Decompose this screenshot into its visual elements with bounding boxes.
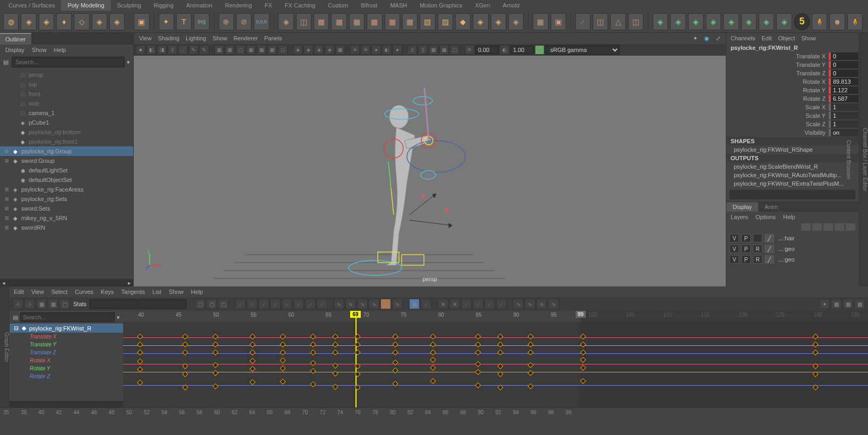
outliner-node[interactable]: ◆psylocke_rig:front1 xyxy=(0,137,133,146)
keyframe[interactable] xyxy=(250,334,256,340)
layer-playback[interactable]: P xyxy=(741,255,751,264)
shelf-button[interactable]: ♦ xyxy=(56,13,72,30)
ge-tool[interactable]: ∿ xyxy=(380,299,391,309)
shelf-button[interactable]: ◈ xyxy=(706,13,721,30)
keyframe[interactable] xyxy=(430,342,436,347)
ge-tool[interactable]: ▦ xyxy=(48,299,58,309)
keyframe[interactable] xyxy=(475,342,481,347)
vt-button[interactable]: ▢ xyxy=(278,45,288,55)
output-item[interactable]: psylocke_rig:ScaleBlendWrist_R xyxy=(726,162,858,171)
ge-tool[interactable]: ∿ xyxy=(513,299,524,309)
layer-color[interactable]: ╱ xyxy=(765,245,774,253)
ge-tool[interactable]: ⟋ xyxy=(484,299,495,309)
shelf-button[interactable]: ▣ xyxy=(551,13,566,30)
ge-tool[interactable]: ∿ xyxy=(525,299,535,309)
expand-icon[interactable]: ⊞ xyxy=(4,215,10,221)
layer-tab-display[interactable]: Display xyxy=(726,202,758,212)
outliner-menu-show[interactable]: Show xyxy=(32,47,47,53)
dropdown-icon[interactable]: ▾ xyxy=(127,59,130,66)
shelf-tab[interactable]: XGen xyxy=(468,0,496,11)
keyframe[interactable] xyxy=(182,342,188,347)
outliner-node[interactable]: ◆psylocke_rig:bottom xyxy=(0,127,133,137)
shelf-button[interactable]: ◆ xyxy=(455,13,471,30)
outliner-node[interactable]: ⊞◆sword:Group xyxy=(0,156,133,166)
ge-tool[interactable]: ▦ xyxy=(409,299,420,309)
vt-button[interactable]: ▦ xyxy=(439,45,449,55)
shelf-tab[interactable]: Arnold xyxy=(496,0,526,11)
ge-channel[interactable]: Rotate Y xyxy=(10,364,123,372)
keyframe[interactable] xyxy=(310,334,316,340)
layer-ref[interactable]: R xyxy=(753,255,762,264)
ge-menu-help[interactable]: Help xyxy=(191,289,203,295)
keyframe[interactable] xyxy=(332,334,338,340)
expand-icon[interactable]: ⊟ xyxy=(14,325,19,332)
attr-value[interactable]: 0 xyxy=(829,61,858,68)
layer-ref[interactable] xyxy=(753,234,762,242)
shelf-tab[interactable]: Animation xyxy=(180,0,219,11)
output-item[interactable]: psylocke_rig:FKWrist_RExtraTwistPlusM... xyxy=(726,179,858,188)
vt-button[interactable]: ✎ xyxy=(199,45,209,55)
colorspace-select[interactable]: sRGB gamma xyxy=(545,45,620,55)
expand-icon[interactable]: ⤢ xyxy=(716,35,721,42)
vt-button[interactable]: ▯ xyxy=(418,45,428,55)
ge-tool[interactable]: ⟋ xyxy=(421,299,431,309)
cb-menu-object[interactable]: Object xyxy=(778,35,795,41)
keyframe[interactable] xyxy=(280,334,285,340)
shelf-button[interactable]: ◈ xyxy=(508,13,524,30)
vt-button[interactable]: ▢ xyxy=(450,45,459,55)
ge-tool[interactable]: ∿ xyxy=(392,299,403,309)
attr-label[interactable]: Visibility xyxy=(804,129,827,136)
keyframe[interactable] xyxy=(475,361,481,367)
ge-channel[interactable]: Rotate X xyxy=(10,356,123,364)
keyframe[interactable] xyxy=(310,350,316,355)
shelf-button[interactable]: ◈ xyxy=(759,13,774,30)
keyframe[interactable] xyxy=(280,342,285,347)
keyframe[interactable] xyxy=(497,342,503,347)
keyframe[interactable] xyxy=(332,342,338,347)
keyframe[interactable] xyxy=(332,350,338,355)
axis-icon[interactable]: ✦ xyxy=(693,35,698,42)
ge-tool[interactable]: ∿ xyxy=(536,299,547,309)
shelf-button[interactable]: ◈ xyxy=(741,13,757,30)
keyframe[interactable] xyxy=(310,368,316,374)
vt-button[interactable]: ● xyxy=(371,45,381,55)
viewport-menu-show[interactable]: Show xyxy=(213,35,228,42)
ge-tool[interactable]: ▦ xyxy=(843,299,853,309)
ge-tool[interactable]: ∿ xyxy=(345,299,356,309)
layer-color[interactable]: ╱ xyxy=(765,255,774,264)
ge-tool[interactable]: ▢ xyxy=(206,299,217,309)
keyframe[interactable] xyxy=(527,350,533,355)
keyframe[interactable] xyxy=(137,342,143,347)
shelf-button-character[interactable]: 🧍 xyxy=(847,13,863,30)
ge-node[interactable]: ⊟◆psylocke_rig:FKWrist_R xyxy=(10,324,123,333)
shelf-tab[interactable]: Poly Modeling xyxy=(61,0,110,11)
keyframe[interactable] xyxy=(392,380,398,386)
outliner-node[interactable]: ⊞◈psylocke_rig:FaceAreas xyxy=(0,185,133,194)
ge-tool[interactable]: ⟋ xyxy=(496,299,507,309)
ge-tool[interactable]: ⟋ xyxy=(247,299,257,309)
viewport-menu-lighting[interactable]: Lighting xyxy=(186,35,206,42)
outliner-node[interactable]: 🎥front xyxy=(0,89,133,99)
vt-button[interactable]: ☀ xyxy=(361,45,370,55)
vt-button[interactable]: ◉ xyxy=(535,45,544,55)
shelf-button[interactable]: ◫ xyxy=(296,13,311,30)
ge-channel[interactable]: Translate Z xyxy=(10,349,123,356)
keyframe[interactable] xyxy=(212,370,218,376)
shelf-tab[interactable]: Rendering xyxy=(219,0,258,11)
shelf-button[interactable]: ▧ xyxy=(420,13,435,30)
shelf-button[interactable]: ◈ xyxy=(39,13,54,30)
keyframe[interactable] xyxy=(392,359,398,365)
keyframe[interactable] xyxy=(250,350,256,355)
vt-button[interactable]: ▦ xyxy=(335,45,345,55)
shelf-button[interactable]: ◈ xyxy=(491,13,506,30)
shelf-button[interactable]: ▦ xyxy=(349,13,364,30)
attr-value[interactable]: 6.587 xyxy=(829,95,858,102)
attr-value[interactable]: 1 xyxy=(829,120,858,128)
shelf-button[interactable]: ◈ xyxy=(278,13,293,30)
ge-tool[interactable]: ∿ xyxy=(548,299,559,309)
keyframe[interactable] xyxy=(212,350,218,355)
outliner-node[interactable]: ◉defaultObjectSet xyxy=(0,175,133,185)
layer-button[interactable] xyxy=(812,223,822,231)
outliner-node[interactable]: ⊞◆swordRN xyxy=(0,223,133,232)
shelf-button[interactable]: △ xyxy=(610,13,626,30)
